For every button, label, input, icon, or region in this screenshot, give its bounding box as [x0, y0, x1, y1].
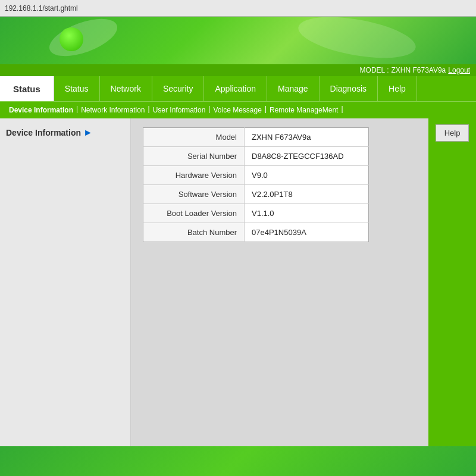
- nav-items: Status Network Security Application Mana…: [54, 76, 417, 101]
- row-value-1: D8A8C8-ZTEGCCF136AD: [245, 147, 369, 166]
- nav-item-diagnosis[interactable]: Diagnosis: [320, 76, 378, 101]
- sub-nav: Device Information | Network Information…: [0, 101, 476, 118]
- browser-address-bar[interactable]: 192.168.1.1/start.ghtml: [0, 0, 476, 17]
- sidebar-arrow-icon: ►: [83, 127, 93, 138]
- sidebar-title: Device Information ►: [6, 127, 124, 138]
- nav-item-status[interactable]: Status: [54, 76, 100, 101]
- model-bar: MODEL : ZXHN F673AV9a Logout: [0, 64, 476, 76]
- row-label-0: Model: [143, 128, 245, 147]
- nav-item-security[interactable]: Security: [152, 76, 205, 101]
- main-content: Model ZXHN F673AV9a Serial Number D8A8C8…: [131, 118, 428, 446]
- bottom-bar: [0, 446, 476, 476]
- right-panel: Help: [428, 118, 476, 446]
- row-label-1: Serial Number: [143, 147, 245, 166]
- url-text: 192.168.1.1/start.ghtml: [5, 4, 78, 12]
- nav-item-network[interactable]: Network: [100, 76, 152, 101]
- help-button[interactable]: Help: [436, 124, 469, 142]
- nav-item-help[interactable]: Help: [378, 76, 417, 101]
- model-label: MODEL :: [360, 66, 389, 74]
- row-value-5: 07e4P1N5039A: [245, 223, 369, 242]
- table-row: Serial Number D8A8C8-ZTEGCCF136AD: [143, 147, 369, 166]
- table-row: Hardware Version V9.0: [143, 166, 369, 185]
- subnav-item-voice-message[interactable]: Voice Message: [210, 105, 264, 115]
- subnav-item-user-info[interactable]: User Information: [150, 105, 209, 115]
- content-area: Device Information ► Model ZXHN F673AV9a…: [0, 118, 476, 446]
- main-nav: Status Status Network Security Applicati…: [0, 76, 476, 101]
- row-label-3: Software Version: [143, 185, 245, 204]
- logo-dot: [60, 27, 83, 51]
- nav-item-manage[interactable]: Manage: [267, 76, 320, 101]
- nav-status-label: Status: [0, 76, 54, 101]
- row-label-5: Batch Number: [143, 223, 245, 242]
- table-row: Model ZXHN F673AV9a: [143, 128, 369, 147]
- table-row: Batch Number 07e4P1N5039A: [143, 223, 369, 242]
- subnav-item-remote-mgmt[interactable]: Remote ManageMent: [267, 105, 341, 115]
- subnav-item-network-info[interactable]: Network Information: [78, 105, 148, 115]
- header-banner: [0, 17, 476, 64]
- row-value-0: ZXHN F673AV9a: [245, 128, 369, 147]
- row-value-4: V1.1.0: [245, 204, 369, 223]
- sidebar: Device Information ►: [0, 118, 131, 446]
- subnav-separator-5: |: [341, 105, 343, 115]
- table-row: Software Version V2.2.0P1T8: [143, 185, 369, 204]
- row-label-2: Hardware Version: [143, 166, 245, 185]
- row-value-3: V2.2.0P1T8: [245, 185, 369, 204]
- nav-item-application[interactable]: Application: [204, 76, 267, 101]
- row-value-2: V9.0: [245, 166, 369, 185]
- device-info-table: Model ZXHN F673AV9a Serial Number D8A8C8…: [143, 127, 369, 242]
- row-label-4: Boot Loader Version: [143, 204, 245, 223]
- model-value: ZXHN F673AV9a: [391, 66, 446, 74]
- table-row: Boot Loader Version V1.1.0: [143, 204, 369, 223]
- subnav-item-device-info[interactable]: Device Information: [6, 105, 76, 115]
- logout-link[interactable]: Logout: [448, 66, 470, 74]
